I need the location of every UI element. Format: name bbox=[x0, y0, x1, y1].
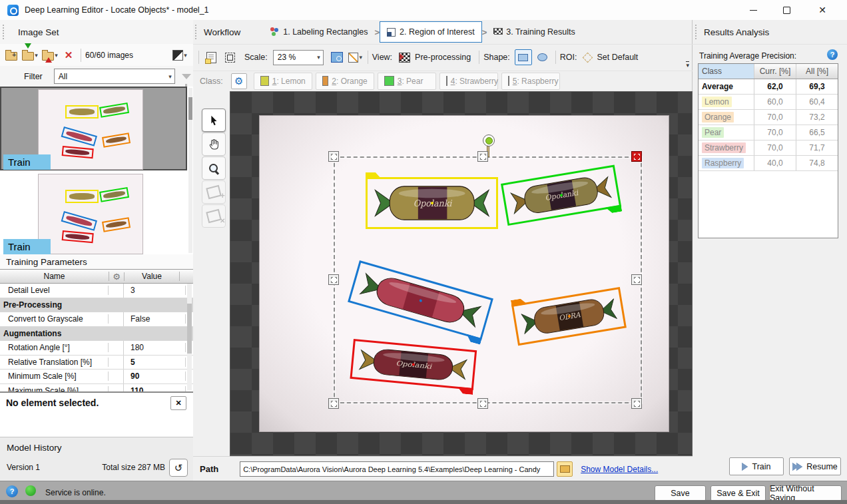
tab-training-results[interactable]: 3. Training Results bbox=[487, 22, 582, 42]
show-model-details-link[interactable]: Show Model Details... bbox=[581, 465, 658, 474]
display-mode-button[interactable] bbox=[172, 47, 188, 63]
history-restore-button[interactable]: ↺ bbox=[169, 459, 188, 477]
results-analysis-header: Results Analysis bbox=[693, 20, 847, 45]
panel-grip[interactable] bbox=[3, 25, 6, 39]
class-chip-pear[interactable]: 3: Pear bbox=[378, 73, 436, 90]
filter-select[interactable]: All ▾ bbox=[54, 69, 175, 84]
exit-without-saving-button[interactable]: Exit Without Saving bbox=[769, 485, 842, 501]
precision-row-pear[interactable]: Pear70,066,5 bbox=[699, 125, 838, 140]
precision-row-orange[interactable]: Orange70,073,2 bbox=[699, 110, 838, 125]
param-row[interactable]: Relative Translation [%]5 bbox=[0, 356, 193, 370]
roi-handle-bottom-left[interactable] bbox=[328, 398, 339, 409]
precision-row-lemon[interactable]: Lemon60,060,4 bbox=[699, 95, 838, 110]
gear-icon[interactable]: ⚙ bbox=[109, 272, 125, 281]
roi-handle-top-left[interactable] bbox=[328, 151, 339, 162]
roi-handle-bottom-middle[interactable] bbox=[477, 398, 488, 409]
image-canvas[interactable]: Opolanki Opolanki ODRA Opolanki bbox=[230, 91, 693, 456]
delete-images-button[interactable]: ✕ bbox=[61, 47, 77, 63]
save-button[interactable]: Save bbox=[655, 485, 706, 501]
train-label: Train bbox=[752, 462, 770, 471]
workflow-chevron bbox=[482, 27, 487, 37]
class-settings-button[interactable]: ⚙ bbox=[231, 73, 247, 89]
help-icon[interactable]: ? bbox=[6, 485, 18, 497]
roi-handle-left-middle[interactable] bbox=[328, 274, 339, 285]
path-input[interactable]: C:\ProgramData\Aurora Vision\Aurora Deep… bbox=[240, 461, 554, 477]
preprocessing-toggle[interactable] bbox=[396, 49, 412, 65]
import-button[interactable] bbox=[22, 47, 38, 63]
precision-table-header[interactable]: Class Curr. [%] All [%] bbox=[699, 64, 838, 79]
model-history-title: Model History bbox=[7, 443, 62, 453]
roi-handle-bottom-right[interactable] bbox=[631, 398, 642, 409]
thumbnail-image bbox=[38, 174, 143, 254]
app-icon bbox=[7, 5, 19, 16]
save-and-exit-button[interactable]: Save & Exit bbox=[710, 485, 766, 501]
tab-labeling-rectangles[interactable]: 1. Labeling Rectangles bbox=[263, 22, 374, 42]
filter-value: All bbox=[59, 72, 67, 81]
hand-icon bbox=[208, 138, 220, 150]
clear-shape-button[interactable] bbox=[348, 49, 364, 65]
roi-handle-right-middle[interactable] bbox=[631, 274, 642, 285]
param-section-row[interactable]: Augmentations bbox=[0, 327, 193, 342]
fit-view-button[interactable] bbox=[222, 49, 238, 65]
roi-rectangle[interactable] bbox=[334, 156, 642, 403]
precision-row-strawberry[interactable]: Strawberry70,071,7 bbox=[699, 140, 838, 156]
params-scrollbar[interactable] bbox=[187, 284, 192, 390]
roi-handle-top-middle[interactable] bbox=[477, 151, 488, 162]
add-images-button[interactable]: + bbox=[3, 47, 19, 63]
shape-rectangle-button[interactable] bbox=[515, 49, 532, 65]
help-icon[interactable]: ? bbox=[827, 49, 838, 60]
zoom-to-fit-button[interactable] bbox=[329, 49, 345, 65]
thumbnail-train-1[interactable]: Train bbox=[0, 87, 187, 170]
deep-learning-editor-window: Deep Learning Editor - Locate Objects* -… bbox=[0, 0, 847, 504]
class-chip-strawberry[interactable]: 4: Strawberry bbox=[439, 73, 498, 90]
thumbnail-train-2[interactable]: Train bbox=[0, 171, 187, 254]
params-table-header[interactable]: Name ⚙ Value bbox=[0, 270, 193, 284]
panel-grip[interactable] bbox=[695, 25, 699, 39]
class-chip-raspberry[interactable]: 5: Raspberry bbox=[501, 73, 560, 90]
thumb-annotation-box bbox=[99, 187, 129, 202]
minimize-icon bbox=[750, 10, 757, 11]
status-bar: ? Service is online. Save Save & Exit Ex… bbox=[0, 481, 847, 504]
close-icon: ✕ bbox=[175, 399, 181, 407]
roi-handle-top-right[interactable] bbox=[631, 151, 642, 162]
cursor-icon bbox=[208, 115, 220, 126]
set-default-button[interactable]: Set Default bbox=[597, 53, 639, 62]
dismiss-message-button[interactable]: ✕ bbox=[170, 396, 186, 410]
roi-rotation-handle[interactable] bbox=[483, 134, 495, 146]
class-chip-orange[interactable]: 2: Orange bbox=[316, 73, 374, 90]
workflow-chevron bbox=[374, 27, 380, 37]
remove-region-button[interactable] bbox=[202, 204, 226, 228]
param-row[interactable]: Convert to GrayscaleFalse bbox=[0, 312, 193, 327]
select-tool-button[interactable] bbox=[202, 109, 226, 132]
class-bar: Class: ⚙ 1: Lemon2: Orange3: Pear4: Stra… bbox=[193, 71, 693, 92]
tab-region-of-interest[interactable]: 2. Region of Interest bbox=[380, 21, 482, 43]
shape-ellipse-button[interactable] bbox=[534, 49, 551, 65]
zoom-tool-button[interactable] bbox=[202, 156, 226, 180]
add-region-button[interactable] bbox=[202, 180, 226, 204]
train-button[interactable]: Train bbox=[729, 457, 784, 475]
browse-folder-button[interactable] bbox=[557, 461, 573, 477]
preprocessing-icon bbox=[399, 53, 410, 63]
model-version: Version 1 bbox=[7, 463, 40, 472]
precision-row-average[interactable]: Average62,069,3 bbox=[699, 79, 838, 95]
scale-select[interactable]: 23 %▾ bbox=[273, 50, 324, 65]
param-row[interactable]: Detail Level3 bbox=[0, 284, 193, 298]
close-button[interactable]: ✕ bbox=[807, 0, 838, 20]
export-button[interactable] bbox=[42, 47, 58, 63]
maximize-button[interactable] bbox=[771, 0, 802, 20]
thumbnail-scrollbar[interactable] bbox=[188, 88, 192, 253]
service-status-icon bbox=[25, 485, 36, 496]
folder-export-icon bbox=[42, 52, 54, 61]
param-row[interactable]: Minimum Scale [%]90 bbox=[0, 370, 193, 384]
class-chip-lemon[interactable]: 1: Lemon bbox=[254, 73, 312, 90]
panel-grip[interactable] bbox=[195, 25, 198, 39]
toolbar-overflow-button[interactable]: ▾ bbox=[686, 61, 689, 69]
precision-row-raspberry[interactable]: Raspberry40,074,8 bbox=[699, 156, 838, 171]
filter-label: Filter bbox=[24, 72, 43, 81]
minimize-button[interactable] bbox=[738, 0, 768, 20]
resume-button[interactable]: Resume bbox=[789, 457, 841, 475]
report-button[interactable] bbox=[203, 49, 219, 65]
param-section-row[interactable]: Pre-Processing bbox=[0, 298, 193, 313]
pan-tool-button[interactable] bbox=[202, 132, 226, 156]
param-row[interactable]: Rotation Angle [°]180 bbox=[0, 341, 193, 356]
